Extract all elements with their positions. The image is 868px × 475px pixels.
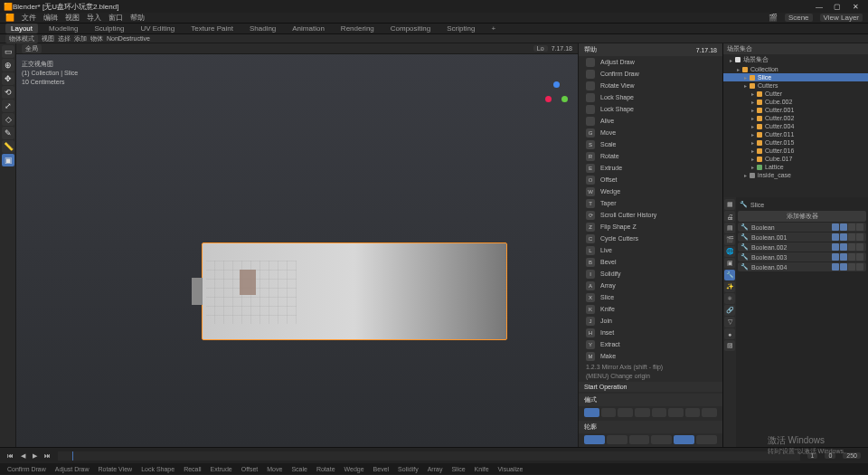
tab-object[interactable]: ▣ (724, 258, 735, 269)
tab-scene[interactable]: 🎬 (724, 234, 735, 245)
outliner-item[interactable]: ▸Cutter (723, 90, 868, 98)
section-start[interactable]: Start Operation (579, 382, 722, 392)
mod-realtime-toggle[interactable] (840, 243, 847, 251)
tab-output[interactable]: 🖨 (724, 211, 735, 222)
mod-render-toggle[interactable] (848, 263, 855, 271)
tool-scale[interactable]: ⤢ (2, 100, 14, 112)
mod-render-toggle[interactable] (848, 243, 855, 251)
mod-edit-toggle[interactable] (832, 223, 839, 231)
menu-edit[interactable]: 编辑 (43, 13, 58, 23)
tool-boxcutter[interactable]: ▣ (2, 154, 14, 166)
maximize-button[interactable]: ▢ (828, 0, 846, 13)
workspace-tab-shading[interactable]: Shading (244, 24, 281, 33)
outliner-item[interactable]: ▸Cutter.011 (723, 130, 868, 138)
modifier-row[interactable]: 🔧Boolean.004 (738, 262, 866, 271)
npanel-item[interactable]: YExtract (579, 338, 722, 350)
close-button[interactable]: ✕ (846, 0, 864, 13)
npanel-item[interactable]: Confirm Draw (579, 68, 722, 80)
npanel-item[interactable]: BBevel (579, 256, 722, 268)
tool-transform[interactable]: ◇ (2, 113, 14, 126)
timeline-track[interactable] (58, 451, 800, 461)
tab-texture[interactable]: ▨ (724, 340, 735, 351)
npanel-item[interactable]: CCycle Cutters (579, 233, 722, 244)
viewport[interactable]: 全局 Lo 7.17.18 正交视角图 (1) Collection | Sli… (16, 43, 578, 447)
outliner-item[interactable]: ▸Slice (723, 73, 868, 81)
shape-btn-6[interactable] (696, 435, 717, 444)
npanel-item[interactable]: EExtrude (579, 162, 722, 174)
menu-nondestructive[interactable]: NonDestructive (107, 35, 150, 42)
tab-material[interactable]: ● (724, 328, 735, 339)
workspace-tab-compositing[interactable]: Compositing (385, 24, 436, 33)
menu-object[interactable]: 物体 (90, 34, 103, 43)
mod-realtime-toggle[interactable] (840, 223, 847, 231)
npanel-item[interactable]: MMake (579, 350, 722, 362)
cutter-shape[interactable] (240, 270, 256, 295)
section-shape[interactable]: 轮廓 (579, 421, 722, 433)
mod-realtime-toggle[interactable] (840, 263, 847, 271)
outliner-item[interactable]: ▸Cutter.001 (723, 106, 868, 114)
shape-btn-1[interactable] (584, 435, 605, 444)
modifier-row[interactable]: 🔧Boolean.002 (738, 242, 866, 252)
workspace-tab-animation[interactable]: Animation (287, 24, 330, 33)
outliner-item[interactable]: ▸inside_case (723, 171, 868, 179)
mod-apply-button[interactable] (856, 223, 863, 231)
tab-physics[interactable]: ⚛ (724, 293, 735, 304)
mod-apply-button[interactable] (856, 263, 863, 271)
workspace-tab-sculpting[interactable]: Sculpting (90, 24, 130, 33)
outliner-item[interactable]: ▸Cutters (723, 81, 868, 90)
npanel-item[interactable]: HInset (579, 327, 722, 338)
outliner-item[interactable]: ▸Cutter.016 (723, 147, 868, 155)
npanel-item[interactable]: LLive (579, 244, 722, 256)
npanel-item[interactable]: GMove (579, 127, 722, 138)
mode-btn-8[interactable] (702, 408, 717, 417)
mod-render-toggle[interactable] (848, 223, 855, 231)
axis-y[interactable] (561, 96, 568, 102)
mod-apply-button[interactable] (856, 253, 863, 261)
tab-modifiers[interactable]: 🔧 (724, 270, 735, 280)
workspace-tab-scripting[interactable]: Scripting (441, 24, 480, 33)
outliner-item[interactable]: ▸Cutter.004 (723, 122, 868, 130)
mode-btn-2[interactable] (601, 408, 617, 417)
viewlayer-field[interactable]: View Layer (820, 14, 863, 22)
menu-window[interactable]: 窗口 (108, 13, 123, 23)
mod-edit-toggle[interactable] (832, 253, 839, 261)
outliner-item[interactable]: ▸Cube.017 (723, 155, 868, 163)
mode-btn-7[interactable] (685, 408, 701, 417)
outliner-item[interactable]: ▸Collection (723, 65, 868, 73)
modifier-row[interactable]: 🔧Boolean.001 (738, 233, 866, 242)
npanel-item[interactable]: ISolidify (579, 268, 722, 280)
mode-select[interactable]: 物体模式 (5, 34, 38, 43)
play-back[interactable]: ◀ (21, 452, 25, 460)
mode-btn-6[interactable] (668, 408, 684, 417)
orientation-select[interactable]: 全局 (22, 44, 42, 53)
npanel-item[interactable]: KKnife (579, 303, 722, 315)
mod-realtime-toggle[interactable] (840, 233, 847, 241)
mod-edit-toggle[interactable] (832, 233, 839, 241)
npanel-item[interactable]: Rotate View (579, 80, 722, 91)
npanel-item[interactable]: Lock Shape (579, 91, 722, 103)
tool-move[interactable]: ✥ (2, 72, 14, 85)
shape-btn-2[interactable] (607, 435, 627, 444)
workspace-tab-modeling[interactable]: Modeling (43, 24, 83, 33)
shape-btn-3[interactable] (629, 435, 650, 444)
npanel-item[interactable]: TTaper (579, 197, 722, 209)
outliner-item[interactable]: ▸场景集合 (723, 54, 868, 65)
tab-render[interactable]: ▦ (724, 199, 735, 210)
menu-import[interactable]: 导入 (87, 13, 101, 23)
npanel-item[interactable]: ZFlip Shape Z (579, 221, 722, 233)
npanel-item[interactable]: SScale (579, 138, 722, 150)
section-mode[interactable]: 偏式 (579, 394, 722, 406)
mod-edit-toggle[interactable] (832, 263, 839, 271)
mode-btn-5[interactable] (652, 408, 667, 417)
npanel-item[interactable]: ⟳Scroll Cutter History (579, 209, 722, 221)
tool-select[interactable]: ▭ (2, 45, 14, 58)
npanel-item[interactable]: WWedge (579, 185, 722, 197)
menu-add[interactable]: 添加 (74, 34, 87, 43)
modifier-row[interactable]: 🔧Boolean.003 (738, 252, 866, 261)
shape-btn-4[interactable] (651, 435, 672, 444)
npanel-item[interactable]: RRotate (579, 150, 722, 162)
tab-data[interactable]: ▽ (724, 317, 735, 328)
workspace-tab-uv editing[interactable]: UV Editing (135, 24, 180, 33)
tool-annotate[interactable]: ✎ (2, 127, 14, 139)
scene-field[interactable]: Scene (785, 14, 813, 22)
